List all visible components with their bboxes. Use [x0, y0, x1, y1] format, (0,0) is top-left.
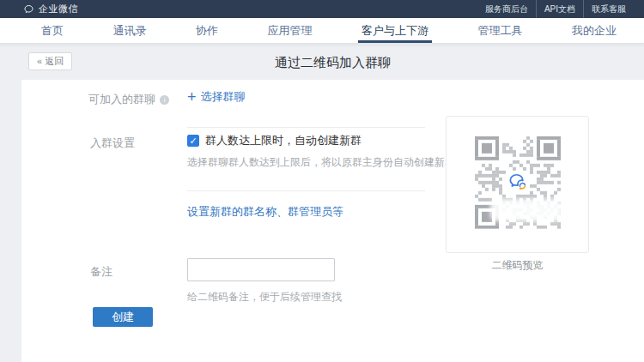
topbar-links: 服务商后台API文档联系客服	[477, 0, 634, 18]
wecom-logo-icon	[507, 172, 528, 192]
nav-item[interactable]: 通讯录	[106, 18, 154, 43]
create-button[interactable]: 创建	[93, 307, 153, 327]
content-card: 可加入的群聊 选择群聊 入群设置 群人数达上限时，自动创建新群 选择群聊群人数达…	[21, 80, 644, 362]
nav-item[interactable]: 我的企业	[565, 18, 623, 43]
auto-create-group-option[interactable]: 群人数达上限时，自动创建新群	[187, 133, 361, 148]
brand-name: 企业微信	[39, 3, 78, 15]
remark-hint: 给二维码备注，便于后续管理查找	[187, 290, 342, 305]
remark-input[interactable]	[187, 258, 335, 281]
info-icon[interactable]	[160, 95, 169, 105]
join-settings-label: 入群设置	[90, 136, 135, 151]
new-group-config-link[interactable]: 设置新群的群名称、群管理员等	[187, 204, 343, 220]
page-header: « 返回 通过二维码加入群聊	[0, 44, 644, 80]
plus-icon	[187, 90, 197, 104]
nav-item[interactable]: 协作	[189, 18, 225, 43]
divider	[187, 127, 425, 128]
app-logo: 企业微信	[23, 3, 78, 15]
nav-item[interactable]: 应用管理	[261, 18, 319, 43]
nav-item[interactable]: 首页	[34, 18, 70, 43]
nav-item[interactable]: 客户与上下游	[355, 18, 435, 43]
divider	[187, 190, 425, 191]
qr-blur-mask	[495, 203, 558, 217]
page-title: 通过二维码加入群聊	[21, 55, 644, 71]
auto-create-checkbox[interactable]	[187, 135, 199, 147]
main-nav: 首页通讯录协作应用管理客户与上下游管理工具我的企业	[0, 18, 644, 44]
topbar-link[interactable]: 联系客服	[583, 0, 634, 18]
joinable-group-label: 可加入的群聊	[88, 92, 169, 107]
topbar-link[interactable]: API文档	[536, 0, 583, 18]
select-group-label: 选择群聊	[201, 89, 246, 105]
auto-create-label: 群人数达上限时，自动创建新群	[205, 133, 361, 148]
nav-item[interactable]: 管理工具	[471, 18, 530, 43]
remark-label: 备注	[90, 264, 112, 280]
select-group-link[interactable]: 选择群聊	[187, 89, 246, 105]
topbar: 企业微信 服务商后台API文档联系客服	[0, 0, 644, 18]
qr-preview-caption: 二维码预览	[446, 258, 589, 273]
topbar-link[interactable]: 服务商后台	[477, 0, 536, 18]
auto-create-hint: 选择群聊群人数达到上限后，将以原群主身份自动创建新群	[187, 155, 455, 170]
qr-preview-panel	[446, 116, 589, 253]
chat-bubble-logo-icon	[23, 4, 34, 15]
